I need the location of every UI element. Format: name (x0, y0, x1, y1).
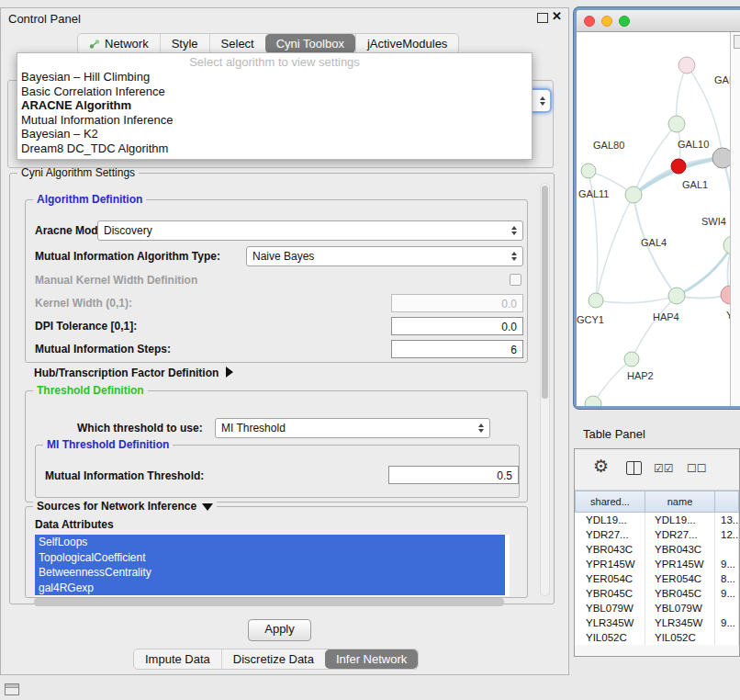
network-node[interactable] (671, 159, 686, 174)
network-node[interactable] (581, 164, 596, 178)
manual-kernel-checkbox[interactable] (510, 274, 521, 286)
tab-label: jActiveModules (367, 37, 447, 51)
data-attribute-item[interactable]: gal4RGexp (35, 581, 505, 596)
combo-arrows-icon (511, 226, 517, 235)
node-label: HAP2 (627, 370, 654, 381)
tab-style[interactable]: Style (160, 34, 209, 53)
panel-title: Control Panel (8, 12, 81, 26)
dpi-tolerance-field[interactable]: 0.0 (391, 317, 523, 335)
combo-arrows-icon (511, 252, 517, 261)
hub-section-toggle[interactable]: Hub/Transcription Factor Definition (34, 367, 233, 380)
node-label: GAL80 (593, 140, 624, 151)
table-cell: YIL052C (575, 630, 645, 645)
network-edge (593, 359, 632, 404)
network-node[interactable] (723, 236, 730, 254)
network-edge (677, 65, 687, 124)
minimize-traffic-light-icon[interactable] (601, 16, 612, 27)
algorithm-option[interactable]: Mutual Information Inference (17, 113, 532, 128)
node-label: GAL7 (714, 74, 730, 85)
table-cell: YPR145W (575, 557, 645, 571)
algorithm-option[interactable]: Bayesian – K2 (17, 127, 532, 141)
aracne-mode-select[interactable]: Discovery (97, 220, 523, 241)
network-icon (89, 39, 100, 50)
algorithm-option[interactable]: ARACNE Algorithm (17, 98, 532, 113)
bottom-tab-discretize-data[interactable]: Discretize Data (221, 649, 325, 669)
bottom-tab-infer-network[interactable]: Infer Network (325, 649, 418, 669)
algorithm-definition-title: Algorithm Definition (33, 193, 146, 207)
settings-scrollbar[interactable] (540, 183, 550, 596)
network-edge (633, 124, 677, 195)
dropdown-prompt: Select algorithm to view settings (17, 55, 532, 70)
which-threshold-select[interactable]: MI Threshold (215, 418, 490, 438)
which-threshold-value: MI Threshold (221, 422, 473, 435)
bottom-tab-impute-data[interactable]: Impute Data (134, 649, 221, 669)
algorithm-option[interactable]: Bayesian – Hill Climbing (17, 70, 532, 85)
minimized-panel-icon[interactable] (5, 683, 19, 695)
column-header[interactable]: shared... (575, 491, 645, 513)
hub-section-label: Hub/Transcription Factor Definition (34, 367, 219, 379)
table-row[interactable]: YDL19...YDL19...13... (575, 513, 739, 527)
tab-jactivemodules[interactable]: jActiveModules (355, 34, 458, 53)
sources-section-toggle[interactable]: Sources for Network Inference (33, 500, 217, 514)
tab-select[interactable]: Select (209, 34, 265, 53)
threshold-definition-title: Threshold Definition (33, 384, 148, 398)
close-traffic-light-icon[interactable] (584, 16, 595, 27)
network-node[interactable] (624, 352, 639, 367)
network-node[interactable] (668, 288, 685, 304)
column-header[interactable]: name (645, 491, 715, 513)
tab-label: Style (172, 37, 198, 51)
data-attribute-item[interactable]: BetweennessCentrality (35, 565, 505, 581)
algorithm-option[interactable]: Dream8 DC_TDC Algorithm (17, 141, 532, 156)
table-cell: 8... (715, 571, 739, 586)
sources-group: Sources for Network Inference Data Attri… (25, 506, 528, 598)
tab-cyni-toolbox[interactable]: Cyni Toolbox (265, 34, 355, 53)
column-header[interactable] (715, 491, 739, 513)
horizontal-scrollbar[interactable] (34, 598, 504, 606)
mi-steps-field[interactable]: 6 (391, 340, 523, 358)
birdseye-button[interactable] (734, 35, 740, 49)
table-cell: YDR27... (645, 527, 715, 542)
table-row[interactable]: YIL052CYIL052C (575, 630, 739, 645)
network-node[interactable] (721, 286, 730, 304)
mi-threshold-field[interactable]: 0.5 (388, 466, 519, 484)
network-window-titlebar[interactable] (577, 10, 740, 32)
algorithm-option[interactable]: Basic Correlation Inference (17, 85, 532, 99)
mi-threshold-group: MI Threshold Definition Mutual Informati… (35, 445, 520, 498)
network-scrollbar[interactable] (730, 32, 740, 406)
table-row[interactable]: YBR045CYBR045C9... (575, 586, 739, 601)
columns-icon[interactable] (626, 461, 642, 475)
select-all-icon[interactable]: ☑☑ (654, 462, 674, 475)
tab-network[interactable]: Network (78, 34, 160, 53)
table-cell (715, 601, 739, 615)
table-row[interactable]: YER054CYER054C8... (575, 571, 739, 586)
network-node[interactable] (625, 186, 642, 203)
tab-label: Impute Data (145, 652, 210, 666)
table-row[interactable]: YDR27...YDR27...12... (575, 527, 739, 542)
network-canvas[interactable]: GAL7GAL80GAL10GAL1GAL11SWI4GAL4GCY1HAP4Y… (577, 32, 740, 406)
table-row[interactable]: YBL079WYBL079W (575, 601, 739, 615)
network-node[interactable] (712, 148, 730, 168)
apply-button[interactable]: Apply (248, 619, 311, 641)
network-node[interactable] (668, 116, 685, 132)
data-attribute-item[interactable]: TopologicalCoefficient (35, 550, 505, 566)
gear-icon[interactable]: ⚙ (593, 456, 609, 477)
close-icon[interactable]: ✕ (552, 9, 562, 23)
data-attribute-item[interactable]: SelfLoops (35, 535, 505, 550)
dpi-tolerance-label: DPI Tolerance [0,1]: (35, 320, 137, 333)
table-cell: YBR045C (575, 586, 645, 601)
network-graph[interactable]: GAL7GAL80GAL10GAL1GAL11SWI4GAL4GCY1HAP4Y… (577, 32, 730, 406)
network-node[interactable] (589, 293, 603, 308)
network-node[interactable] (585, 396, 601, 406)
kernel-width-field[interactable]: 0.0 (391, 294, 523, 312)
float-window-icon[interactable] (537, 13, 548, 23)
table-cell: YPR145W (645, 557, 715, 571)
table-row[interactable]: YBR043CYBR043C (575, 542, 739, 557)
deselect-all-icon[interactable]: ☐☐ (687, 462, 707, 475)
mi-type-select[interactable]: Naive Bayes (246, 246, 523, 266)
zoom-traffic-light-icon[interactable] (619, 16, 630, 27)
table-cell: 12... (715, 527, 739, 542)
scrollbar-thumb[interactable] (542, 186, 548, 399)
network-node[interactable] (678, 57, 695, 73)
table-row[interactable]: YLR345WYLR345W9... (575, 615, 739, 630)
table-row[interactable]: YPR145WYPR145W9... (575, 557, 739, 571)
